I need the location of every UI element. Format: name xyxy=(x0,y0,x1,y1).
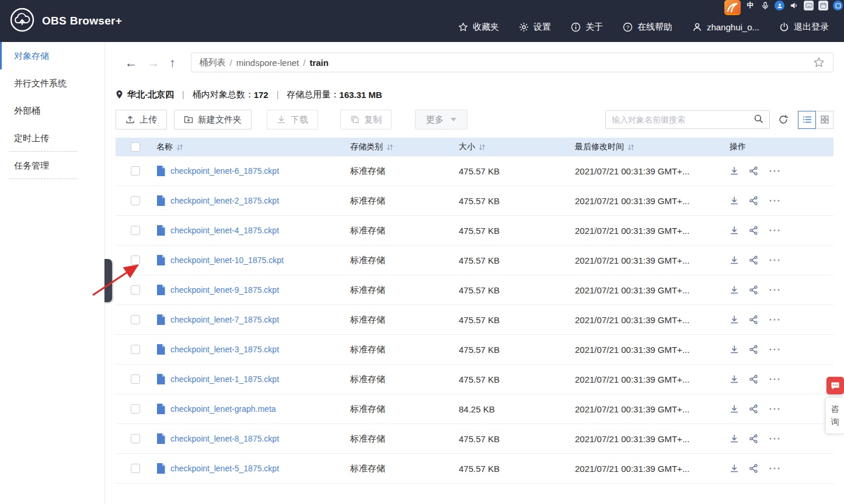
row-checkbox[interactable] xyxy=(131,434,140,443)
sidebar-collapse-handle[interactable] xyxy=(104,259,112,302)
tray-app-icon[interactable] xyxy=(833,1,843,10)
ime-language-indicator[interactable]: 中 xyxy=(745,1,755,10)
nav-online-help[interactable]: ? 在线帮助 xyxy=(623,22,672,33)
download-icon[interactable] xyxy=(730,226,739,235)
upload-button[interactable]: 上传 xyxy=(116,110,167,130)
object-name-link[interactable]: checkpoint_lenet-3_1875.ckpt xyxy=(170,345,279,354)
object-name-link[interactable]: checkpoint_lenet-4_1875.ckpt xyxy=(170,226,279,235)
more-actions-icon[interactable] xyxy=(768,166,781,176)
row-checkbox[interactable] xyxy=(131,196,140,205)
download-icon[interactable] xyxy=(730,345,739,354)
row-checkbox[interactable] xyxy=(131,374,140,384)
more-actions-icon[interactable] xyxy=(768,196,781,205)
file-icon xyxy=(156,433,165,444)
more-actions-icon[interactable] xyxy=(768,315,781,324)
object-name-link[interactable]: checkpoint_lenet-9_1875.ckpt xyxy=(170,285,279,295)
download-icon[interactable] xyxy=(730,434,739,443)
sort-icon[interactable] xyxy=(386,144,393,151)
download-icon[interactable] xyxy=(730,256,739,265)
more-actions-icon[interactable] xyxy=(768,434,781,443)
row-checkbox[interactable] xyxy=(131,256,140,265)
breadcrumb-bucket-name[interactable]: mindspore-lenet xyxy=(236,58,299,68)
sidebar-item-parallel-file-system[interactable]: 并行文件系统 xyxy=(0,69,104,97)
consult-button[interactable]: 咨询 xyxy=(825,397,844,434)
download-icon[interactable] xyxy=(730,196,739,205)
share-icon[interactable] xyxy=(749,374,758,384)
more-actions-icon[interactable] xyxy=(768,345,781,354)
new-folder-button[interactable]: 新建文件夹 xyxy=(174,110,252,130)
sidebar-item-scheduled-upload[interactable]: 定时上传 xyxy=(0,124,104,152)
more-actions-icon[interactable] xyxy=(768,464,781,473)
grid-view-button[interactable] xyxy=(815,111,833,129)
nav-logout[interactable]: 退出登录 xyxy=(779,22,829,33)
download-icon[interactable] xyxy=(730,464,739,473)
more-actions-icon[interactable] xyxy=(768,404,781,414)
row-checkbox[interactable] xyxy=(131,345,140,354)
nav-about[interactable]: 关于 xyxy=(571,22,603,33)
share-icon[interactable] xyxy=(749,464,758,473)
share-icon[interactable] xyxy=(749,434,758,443)
forward-arrow-icon[interactable]: → xyxy=(147,57,159,69)
more-button[interactable]: 更多 xyxy=(415,110,468,130)
copy-button[interactable]: 复制 xyxy=(340,110,392,130)
more-actions-icon[interactable] xyxy=(768,285,781,295)
share-icon[interactable] xyxy=(749,404,758,414)
sidebar-item-object-storage[interactable]: 对象存储 xyxy=(0,42,104,69)
row-checkbox[interactable] xyxy=(131,226,140,235)
sidebar-item-external-bucket[interactable]: 外部桶 xyxy=(0,97,104,124)
object-name-link[interactable]: checkpoint_lenet-7_1875.ckpt xyxy=(170,315,279,324)
nav-settings[interactable]: 设置 xyxy=(519,22,551,33)
select-all-checkbox[interactable] xyxy=(131,142,140,152)
breadcrumb-bucket-list[interactable]: 桶列表 xyxy=(200,57,226,68)
bucket-info-bar: 华北-北京四 | 桶内对象总数： 172 | 存储总用量： 163.31 MB xyxy=(116,88,833,101)
download-icon[interactable] xyxy=(730,374,739,384)
speaker-icon[interactable] xyxy=(789,1,799,10)
more-actions-icon[interactable] xyxy=(768,256,781,265)
back-arrow-icon[interactable]: ← xyxy=(125,57,137,69)
share-icon[interactable] xyxy=(749,196,758,205)
download-button[interactable]: 下载 xyxy=(267,110,318,130)
download-icon[interactable] xyxy=(730,315,739,324)
sort-icon[interactable] xyxy=(479,144,486,151)
favorite-star-icon[interactable] xyxy=(813,57,825,68)
row-checkbox[interactable] xyxy=(131,166,140,176)
download-icon[interactable] xyxy=(730,404,739,414)
calendar-icon[interactable] xyxy=(818,1,828,10)
row-checkbox[interactable] xyxy=(131,315,140,324)
share-icon[interactable] xyxy=(749,256,758,265)
share-icon[interactable] xyxy=(749,345,758,354)
object-name-link[interactable]: checkpoint_lenet-1_1875.ckpt xyxy=(170,374,279,384)
user-badge-icon[interactable] xyxy=(775,1,784,10)
sort-icon[interactable] xyxy=(627,144,634,151)
object-name-link[interactable]: checkpoint_lenet-2_1875.ckpt xyxy=(170,196,279,205)
object-name-link[interactable]: checkpoint_lenet-8_1875.ckpt xyxy=(170,434,279,443)
keyboard-icon[interactable] xyxy=(804,1,814,10)
search-input[interactable] xyxy=(612,115,754,124)
chat-bubble-icon[interactable] xyxy=(826,377,844,394)
share-icon[interactable] xyxy=(749,226,758,235)
row-checkbox[interactable] xyxy=(131,285,140,295)
share-icon[interactable] xyxy=(749,285,758,295)
object-name-link[interactable]: checkpoint_lenet-5_1875.ckpt xyxy=(170,464,279,473)
nav-account[interactable]: zhanghui_o... xyxy=(692,22,759,32)
nav-favorites[interactable]: 收藏夹 xyxy=(458,22,499,33)
sidebar-item-task-management[interactable]: 任务管理 xyxy=(0,152,104,179)
refresh-icon[interactable] xyxy=(778,114,789,125)
up-level-arrow-icon[interactable]: ↑ xyxy=(169,57,176,69)
object-name-link[interactable]: checkpoint_lenet-graph.meta xyxy=(170,404,276,414)
share-icon[interactable] xyxy=(749,166,758,176)
paint-app-icon[interactable] xyxy=(724,0,741,15)
list-view-button[interactable] xyxy=(798,111,816,129)
search-icon[interactable] xyxy=(754,114,763,126)
download-icon[interactable] xyxy=(730,166,739,176)
object-name-link[interactable]: checkpoint_lenet-6_1875.ckpt xyxy=(170,166,279,176)
download-icon[interactable] xyxy=(730,285,739,295)
mic-icon[interactable] xyxy=(760,1,770,10)
more-actions-icon[interactable] xyxy=(768,374,781,384)
share-icon[interactable] xyxy=(749,315,758,324)
sort-icon[interactable] xyxy=(176,144,183,151)
object-name-link[interactable]: checkpoint_lenet-10_1875.ckpt xyxy=(170,256,284,265)
row-checkbox[interactable] xyxy=(131,464,140,473)
more-actions-icon[interactable] xyxy=(768,226,781,235)
row-checkbox[interactable] xyxy=(131,404,140,414)
